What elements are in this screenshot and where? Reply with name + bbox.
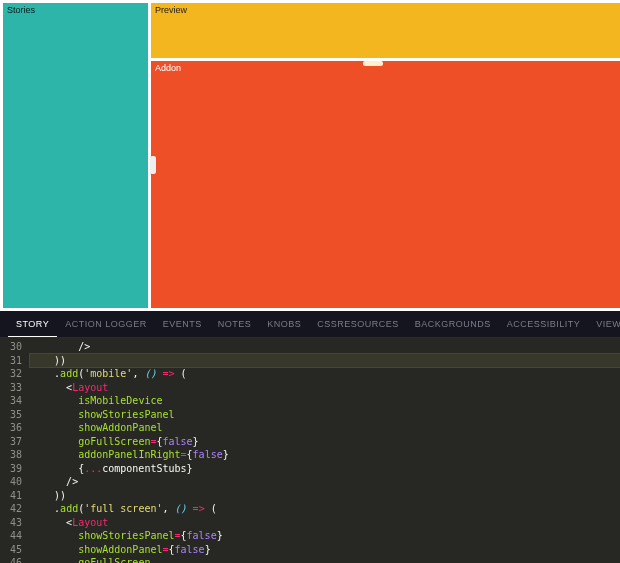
preview-frames: Stories Preview Addon bbox=[0, 0, 620, 311]
preview-panel[interactable]: Preview bbox=[151, 3, 620, 58]
code-text: addonPanelInRight={false} bbox=[30, 448, 620, 462]
line-number: 45 bbox=[0, 543, 30, 557]
addon-panel-label: Addon bbox=[151, 61, 620, 75]
code-text: /> bbox=[30, 475, 620, 489]
panel-tab[interactable]: ACCESSIBILITY bbox=[499, 311, 589, 337]
code-line: 37 goFullScreen={false} bbox=[0, 435, 620, 449]
panel-tab[interactable]: ACTION LOGGER bbox=[57, 311, 155, 337]
code-text: goFullScreen bbox=[30, 556, 620, 563]
code-text: <Layout bbox=[30, 516, 620, 530]
panel-tab[interactable]: NOTES bbox=[210, 311, 260, 337]
line-number: 44 bbox=[0, 529, 30, 543]
line-number: 41 bbox=[0, 489, 30, 503]
code-line: 31 )) bbox=[0, 354, 620, 368]
code-text: .add('mobile', () => ( bbox=[30, 367, 620, 381]
line-number: 38 bbox=[0, 448, 30, 462]
panel-tab[interactable]: EVENTS bbox=[155, 311, 210, 337]
code-text: isMobileDevice bbox=[30, 394, 620, 408]
code-line: 40 /> bbox=[0, 475, 620, 489]
addon-panel[interactable]: Addon bbox=[151, 61, 620, 308]
resize-handle-vertical[interactable] bbox=[363, 61, 383, 66]
stories-panel[interactable]: Stories bbox=[3, 3, 148, 308]
code-line: 46 goFullScreen bbox=[0, 556, 620, 563]
code-text: showAddonPanel bbox=[30, 421, 620, 435]
panel-tab[interactable]: STORY bbox=[8, 311, 57, 338]
code-text: /> bbox=[30, 340, 620, 354]
main-area: Stories Preview Addon STORYACTION LOGGER… bbox=[0, 0, 620, 563]
panel-tab[interactable]: CSSRESOURCES bbox=[309, 311, 407, 337]
code-line: 32 .add('mobile', () => ( bbox=[0, 367, 620, 381]
story-source-code[interactable]: 30 />31 ))32 .add('mobile', () => (33 <L… bbox=[0, 338, 620, 563]
line-number: 37 bbox=[0, 435, 30, 449]
code-text: showStoriesPanel bbox=[30, 408, 620, 422]
resize-handle-horizontal[interactable] bbox=[150, 156, 156, 174]
code-line: 34 isMobileDevice bbox=[0, 394, 620, 408]
line-number: 30 bbox=[0, 340, 30, 354]
code-line: 38 addonPanelInRight={false} bbox=[0, 448, 620, 462]
panel-tab[interactable]: BACKGROUNDS bbox=[407, 311, 499, 337]
panel-tab[interactable]: KNOBS bbox=[259, 311, 309, 337]
code-line: 36 showAddonPanel bbox=[0, 421, 620, 435]
line-number: 42 bbox=[0, 502, 30, 516]
code-line: 30 /> bbox=[0, 340, 620, 354]
code-line: 35 showStoriesPanel bbox=[0, 408, 620, 422]
panel-tabs: STORYACTION LOGGEREVENTSNOTESKNOBSCSSRES… bbox=[0, 311, 620, 338]
line-number: 43 bbox=[0, 516, 30, 530]
code-line: 39 {...componentStubs} bbox=[0, 462, 620, 476]
line-number: 35 bbox=[0, 408, 30, 422]
stories-panel-label: Stories bbox=[3, 3, 148, 17]
code-line: 45 showAddonPanel={false} bbox=[0, 543, 620, 557]
code-line: 43 <Layout bbox=[0, 516, 620, 530]
code-text: showStoriesPanel={false} bbox=[30, 529, 620, 543]
code-text: goFullScreen={false} bbox=[30, 435, 620, 449]
code-line: 42 .add('full screen', () => ( bbox=[0, 502, 620, 516]
panel-tab[interactable]: VIEWPORT bbox=[588, 311, 620, 337]
line-number: 32 bbox=[0, 367, 30, 381]
line-number: 46 bbox=[0, 556, 30, 563]
code-text: showAddonPanel={false} bbox=[30, 543, 620, 557]
preview-panel-label: Preview bbox=[151, 3, 620, 17]
code-text: {...componentStubs} bbox=[30, 462, 620, 476]
line-number: 31 bbox=[0, 354, 30, 368]
code-text: )) bbox=[30, 489, 620, 503]
code-text: .add('full screen', () => ( bbox=[30, 502, 620, 516]
line-number: 36 bbox=[0, 421, 30, 435]
code-line: 41 )) bbox=[0, 489, 620, 503]
bottom-panel: STORYACTION LOGGEREVENTSNOTESKNOBSCSSRES… bbox=[0, 311, 620, 563]
code-line: 33 <Layout bbox=[0, 381, 620, 395]
code-text: )) bbox=[30, 354, 620, 368]
code-text: <Layout bbox=[30, 381, 620, 395]
line-number: 40 bbox=[0, 475, 30, 489]
line-number: 34 bbox=[0, 394, 30, 408]
line-number: 33 bbox=[0, 381, 30, 395]
line-number: 39 bbox=[0, 462, 30, 476]
code-line: 44 showStoriesPanel={false} bbox=[0, 529, 620, 543]
